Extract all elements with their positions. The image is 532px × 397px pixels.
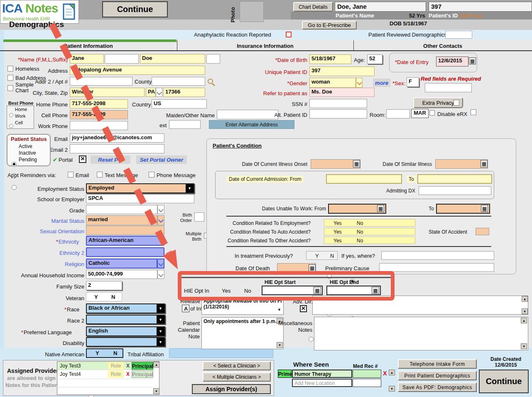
room-field[interactable] bbox=[386, 109, 410, 118]
misc-notes-scroll-down[interactable] bbox=[521, 343, 527, 349]
prime-badge[interactable]: Prime bbox=[278, 370, 292, 378]
refer-field[interactable]: Ms. Doe bbox=[309, 88, 375, 97]
employment-status-select[interactable]: Employed bbox=[86, 183, 194, 193]
zip-field[interactable]: 17366 bbox=[163, 88, 205, 97]
misc-notes-scroll-up[interactable] bbox=[521, 318, 527, 323]
addr2-field[interactable] bbox=[70, 77, 132, 86]
race-select[interactable]: Black or African bbox=[86, 303, 165, 313]
admission-from-field[interactable] bbox=[326, 174, 402, 184]
first-name-field[interactable]: Jane bbox=[70, 54, 104, 64]
if-yes-where-field[interactable] bbox=[381, 251, 494, 260]
cell-phone-field[interactable]: 717-555-2099 bbox=[70, 110, 128, 119]
provider-role-cell[interactable]: Role bbox=[108, 370, 124, 378]
appt-text-checkbox[interactable] bbox=[97, 172, 103, 178]
grade-dropdown-chevron[interactable] bbox=[157, 205, 164, 214]
state-field[interactable]: PA bbox=[146, 88, 156, 97]
provider-name[interactable]: Joy Test3 bbox=[60, 363, 81, 369]
mar-button[interactable]: MAR bbox=[411, 109, 429, 118]
status-active-radio[interactable] bbox=[12, 162, 17, 167]
middle-name-field[interactable] bbox=[105, 54, 139, 64]
disable-erx-checkbox[interactable] bbox=[471, 109, 476, 115]
med-rec-field-2[interactable] bbox=[353, 379, 381, 387]
admitting-dx-field[interactable] bbox=[419, 186, 491, 195]
provider-principal-badge[interactable]: Principal bbox=[132, 370, 153, 378]
rel-employment-yes-radio[interactable] bbox=[327, 274, 332, 279]
tab-insurance-information[interactable]: Insurance Information bbox=[177, 43, 353, 49]
adv-dir-scroll-down[interactable] bbox=[522, 308, 528, 314]
country-field[interactable]: US bbox=[152, 99, 207, 108]
suffix-field[interactable] bbox=[206, 54, 220, 64]
where-seen-scroll-down[interactable] bbox=[389, 386, 395, 392]
income-dropdown-chevron[interactable] bbox=[157, 270, 164, 279]
required-blank-field[interactable] bbox=[425, 83, 472, 92]
where-seen-remove-x[interactable]: X bbox=[382, 370, 388, 377]
patient-name-field[interactable]: Doe, Jane bbox=[335, 2, 426, 12]
adv-dir-notes-area[interactable] bbox=[312, 296, 528, 315]
date-of-entry-field[interactable]: 12/6/2015 bbox=[436, 57, 468, 67]
race2-dropdown-icon[interactable] bbox=[157, 316, 164, 323]
tab-patient-information[interactable]: Patient Information bbox=[0, 43, 177, 49]
provider-principal-badge[interactable]: Principal bbox=[132, 362, 153, 370]
religion-dropdown-chevron[interactable] bbox=[157, 259, 164, 269]
similar-illness-field[interactable] bbox=[435, 159, 488, 169]
photo-placeholder[interactable] bbox=[240, 1, 264, 22]
county-field[interactable] bbox=[152, 77, 205, 86]
anaphylactic-checkbox[interactable] bbox=[286, 32, 292, 37]
home-phone-field[interactable]: 717-555-2098 bbox=[70, 99, 128, 108]
address-field[interactable]: 6 Hopalong Avenue bbox=[70, 66, 205, 75]
language-dropdown-icon[interactable] bbox=[157, 327, 164, 335]
state-of-accident-field[interactable] bbox=[476, 228, 489, 235]
grade-field[interactable] bbox=[86, 205, 157, 214]
assign-providers-button[interactable]: Assign Provider(s) bbox=[192, 384, 271, 394]
family-size-field[interactable]: 2 bbox=[86, 281, 122, 290]
provider-role-cell[interactable]: Role bbox=[108, 362, 124, 370]
release-dropdown-icon[interactable]: ▼ bbox=[277, 308, 281, 312]
school-employer-field[interactable]: SPCA bbox=[86, 194, 194, 203]
disability-select[interactable] bbox=[86, 337, 165, 347]
email2-field[interactable] bbox=[70, 144, 164, 153]
misc-notes-area[interactable] bbox=[314, 317, 528, 350]
add-new-location-field[interactable]: Add New Location bbox=[292, 379, 352, 387]
provider-scroll-up[interactable] bbox=[153, 362, 159, 367]
disability-dropdown-icon[interactable] bbox=[157, 338, 164, 346]
reviewed-field[interactable] bbox=[445, 31, 472, 39]
appt-email-checkbox[interactable] bbox=[68, 172, 74, 178]
enter-alt-address-button[interactable]: Enter Alternate Address bbox=[209, 120, 294, 129]
ssn-field[interactable] bbox=[309, 99, 367, 108]
audit-log-link[interactable]: Audit Log bbox=[459, 12, 482, 19]
continue-bottom-button[interactable]: Continue bbox=[479, 370, 529, 393]
in-treatment-y-radio[interactable] bbox=[309, 337, 314, 342]
state-dropdown-chevron[interactable] bbox=[156, 88, 162, 97]
provider-remove-x[interactable]: X bbox=[125, 371, 130, 377]
marital-status-select[interactable]: married bbox=[86, 215, 157, 225]
similar-illness-calendar-icon[interactable] bbox=[481, 160, 488, 168]
gender-select[interactable]: woman bbox=[309, 78, 356, 88]
continue-top-button[interactable]: Continue bbox=[102, 1, 168, 17]
dob-field[interactable]: 5/18/1967 bbox=[309, 54, 351, 64]
date-of-death-calendar-icon[interactable] bbox=[309, 264, 316, 271]
where-seen-scroll-up[interactable] bbox=[389, 370, 395, 375]
print-demographics-button[interactable]: Print Patient Demographics bbox=[398, 371, 477, 380]
unique-id-field[interactable]: 397 bbox=[309, 67, 375, 76]
patient-id-field[interactable]: 397 bbox=[429, 2, 532, 12]
email-field[interactable]: joy+janedoe666@icanotes.com bbox=[70, 133, 164, 143]
tab-other-contacts[interactable]: Other Contacts bbox=[353, 43, 532, 49]
provider-scroll-down[interactable] bbox=[153, 388, 159, 394]
religion-select[interactable]: Catholic bbox=[86, 259, 157, 269]
preliminary-cause-field[interactable] bbox=[379, 263, 494, 272]
eprescribe-button[interactable]: Go to E-Prescribe bbox=[302, 21, 357, 30]
select-clinician-button[interactable]: < Select a Clinician > bbox=[203, 361, 271, 370]
sexual-orientation-field[interactable] bbox=[86, 226, 164, 235]
admission-to-field[interactable] bbox=[417, 174, 492, 184]
language-select[interactable]: English bbox=[86, 326, 165, 336]
mar-checkbox[interactable] bbox=[429, 110, 435, 116]
set-portal-owner-button[interactable]: Set Portal Owner bbox=[136, 155, 187, 164]
illness-onset-calendar-icon[interactable] bbox=[353, 160, 360, 168]
save-pdf-button[interactable]: Save As PDF: Demographics bbox=[398, 382, 477, 392]
appt-phone-checkbox[interactable] bbox=[149, 172, 154, 178]
tribal-affiliation-field[interactable] bbox=[169, 348, 273, 358]
ext-field[interactable] bbox=[169, 120, 201, 129]
marital-dropdown-chevron[interactable] bbox=[157, 215, 164, 225]
gender-more-link[interactable]: more bbox=[373, 79, 390, 87]
release-a-button[interactable]: A bbox=[182, 305, 189, 312]
